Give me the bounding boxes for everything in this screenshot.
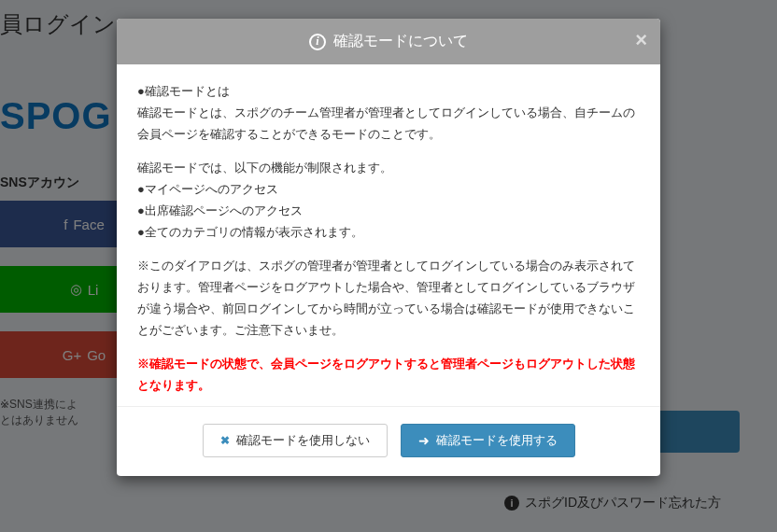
modal-body: ●確認モードとは 確認モードとは、スポグのチーム管理者が管理者としてログインして…	[117, 64, 660, 406]
section2-item1: ●マイページへのアクセス	[137, 179, 640, 201]
cancel-confirm-mode-button[interactable]: ✖ 確認モードを使用しない	[203, 424, 388, 457]
section1-body: 確認モードとは、スポグのチーム管理者が管理者としてログインしている場合、自チーム…	[137, 103, 640, 146]
section1-heading: ●確認モードとは	[137, 81, 640, 103]
modal-footer: ✖ 確認モードを使用しない ➜ 確認モードを使用する	[117, 406, 660, 476]
close-icon[interactable]: ×	[635, 28, 647, 52]
section2-intro: 確認モードでは、以下の機能が制限されます。	[137, 158, 640, 179]
confirm-mode-modal: i 確認モードについて × ●確認モードとは 確認モードとは、スポグのチーム管理…	[117, 19, 660, 476]
confirm-label: 確認モードを使用する	[436, 432, 558, 449]
modal-title: 確認モードについて	[333, 32, 468, 51]
modal-header: i 確認モードについて ×	[117, 19, 660, 64]
section3: ※このダイアログは、スポグの管理者が管理者としてログインしている場合のみ表示され…	[137, 256, 640, 341]
info-icon: i	[309, 34, 326, 50]
arrow-right-icon: ➜	[418, 433, 430, 448]
close-icon: ✖	[220, 434, 230, 447]
use-confirm-mode-button[interactable]: ➜ 確認モードを使用する	[401, 424, 575, 457]
cancel-label: 確認モードを使用しない	[236, 432, 370, 449]
section2-item2: ●出席確認ページへのアクセス	[137, 201, 640, 222]
section2-item3: ●全てのカテゴリの情報が表示されます。	[137, 222, 640, 244]
warning: ※確認モードの状態で、会員ページをログアウトすると管理者ページもログアウトした状…	[137, 354, 640, 397]
